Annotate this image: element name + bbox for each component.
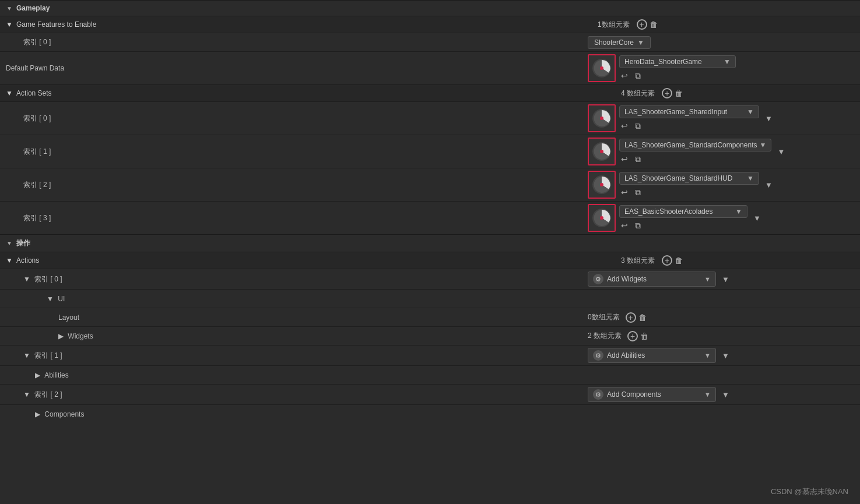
- action-set-3-name-box[interactable]: EAS_BasicShooterAcolades ▼: [619, 205, 747, 218]
- actions-index-0-right: ⚙ Add Widgets ▼ ▼: [583, 269, 860, 289]
- actions-label: Actions: [16, 256, 617, 265]
- add-components-label: Add Components: [607, 390, 701, 399]
- widgets-collapse-icon: ▶: [58, 332, 64, 340]
- action-set-1-selector: LAS_ShooterGame_StandardComponents ▼ ↩ ⧉: [619, 139, 771, 165]
- action-set-2-expand-btn[interactable]: ▼: [763, 179, 775, 191]
- ui-right: [583, 297, 860, 301]
- action-set-1-copy-btn[interactable]: ⧉: [633, 154, 643, 165]
- actions-index-2-expand-btn[interactable]: ▼: [719, 389, 732, 400]
- pie-chart-icon: [591, 207, 612, 228]
- action-set-1-back-btn[interactable]: ↩: [619, 154, 630, 164]
- action-sets-label: Action Sets: [16, 89, 617, 97]
- widgets-add-btn[interactable]: +: [627, 331, 638, 341]
- svg-point-7: [600, 183, 603, 186]
- action-set-2-back-btn[interactable]: ↩: [619, 187, 630, 198]
- svg-point-9: [600, 216, 603, 220]
- action-set-1-right: LAS_ShooterGame_StandardComponents ▼ ↩ ⧉…: [583, 135, 860, 168]
- action-set-1-name-box[interactable]: LAS_ShooterGame_StandardComponents ▼: [619, 139, 771, 151]
- layout-add-btn[interactable]: +: [626, 312, 636, 323]
- game-features-count: 1数组元素: [598, 20, 630, 30]
- widgets-row: ▶ Widgets 2 数组元素 + 🗑: [0, 326, 860, 345]
- action-set-0-dropdown-arrow: ▼: [747, 108, 754, 116]
- actions-add-btn[interactable]: +: [662, 255, 672, 266]
- actions-index-1-row: ▼ 索引 [ 1 ] ⚙ Add Abilities ▼ ▼: [0, 345, 860, 365]
- action-set-0-expand-btn[interactable]: ▼: [763, 113, 775, 124]
- game-features-tag-arrow: ▼: [637, 38, 644, 47]
- ui-label: ▼ UI: [0, 292, 583, 305]
- action-set-3-copy-btn[interactable]: ⧉: [633, 220, 643, 231]
- action-set-3-back-btn[interactable]: ↩: [619, 220, 630, 231]
- default-pawn-row: Default Pawn Data HeroData_ShooterGame ▼…: [0, 51, 860, 84]
- layout-del-btn[interactable]: 🗑: [638, 313, 647, 322]
- action-set-3-right: EAS_BasicShooterAcolades ▼ ↩ ⧉ ▼: [583, 202, 860, 234]
- action-set-3-label: 索引 [ 3 ]: [0, 211, 583, 225]
- game-features-index-0-row: 索引 [ 0 ] ShooterCore ▼: [0, 33, 860, 51]
- actions-chevron: ▼: [6, 256, 13, 265]
- actions-index-1-expand-btn[interactable]: ▼: [719, 350, 732, 361]
- action-set-3-row: 索引 [ 3 ] EAS_BasicShooterAcolades ▼ ↩ ⧉ …: [0, 201, 860, 234]
- game-features-add-btn[interactable]: +: [637, 19, 647, 30]
- pie-chart-icon: [591, 174, 612, 195]
- game-features-header[interactable]: ▼ Game Features to Enable 1数组元素 + 🗑: [0, 16, 860, 33]
- default-pawn-copy-btn[interactable]: ⧉: [633, 71, 643, 82]
- add-abilities-dropdown-arrow: ▼: [704, 352, 711, 359]
- action-sets-chevron: ▼: [6, 89, 13, 97]
- game-features-index-0-right: ShooterCore ▼: [583, 34, 860, 51]
- action-set-2-copy-btn[interactable]: ⧉: [633, 187, 643, 198]
- action-set-3-expand-btn[interactable]: ▼: [751, 213, 763, 224]
- watermark: CSDN @慕志未晚NAN: [771, 487, 848, 497]
- action-set-1-label: 索引 [ 1 ]: [0, 144, 583, 159]
- add-widgets-gear-icon: ⚙: [593, 274, 603, 284]
- game-features-index-0-label: 索引 [ 0 ]: [0, 35, 583, 50]
- action-set-1-expand-btn[interactable]: ▼: [775, 146, 787, 157]
- operations-chevron: ▼: [6, 240, 13, 247]
- actions-index-0-selector[interactable]: ⚙ Add Widgets ▼: [588, 272, 716, 287]
- components-label: ▶ Components: [0, 408, 583, 421]
- action-set-2-selector: LAS_ShooterGame_StandardHUD ▼ ↩ ⧉: [619, 172, 759, 198]
- svg-point-1: [600, 66, 603, 70]
- abilities-label: ▶ Abilities: [0, 369, 583, 382]
- operations-section-header[interactable]: ▼ 操作: [0, 234, 860, 252]
- components-right: [583, 412, 860, 417]
- gameplay-section-header[interactable]: ▼ Gameplay: [0, 0, 860, 16]
- pie-chart-icon: [591, 58, 612, 79]
- game-features-label: Game Features to Enable: [16, 20, 594, 29]
- pie-chart-icon: [591, 108, 612, 129]
- default-pawn-dropdown-arrow: ▼: [724, 58, 731, 66]
- pie-chart-icon: [591, 141, 612, 162]
- default-pawn-name-box[interactable]: HeroData_ShooterGame ▼: [619, 55, 736, 68]
- widgets-del-btn[interactable]: 🗑: [640, 332, 648, 341]
- svg-point-5: [600, 150, 603, 153]
- actions-index-0-expand-btn[interactable]: ▼: [719, 274, 732, 285]
- action-set-1-row: 索引 [ 1 ] LAS_ShooterGame_StandardCompone…: [0, 135, 860, 168]
- widgets-text: Widgets: [68, 332, 93, 340]
- actions-index-0-label: ▼ 索引 [ 0 ]: [0, 272, 583, 287]
- action-sets-add-btn[interactable]: +: [662, 88, 672, 98]
- action-set-3-dropdown-arrow: ▼: [735, 207, 742, 216]
- actions-index-1-selector[interactable]: ⚙ Add Abilities ▼: [588, 348, 716, 363]
- actions-header[interactable]: ▼ Actions 3 数组元素 + 🗑: [0, 252, 860, 269]
- action-set-0-back-btn[interactable]: ↩: [619, 121, 630, 131]
- action-set-2-right: LAS_ShooterGame_StandardHUD ▼ ↩ ⧉ ▼: [583, 168, 860, 201]
- action-sets-header[interactable]: ▼ Action Sets 4 数组元素 + 🗑: [0, 84, 860, 101]
- game-features-del-btn[interactable]: 🗑: [650, 20, 658, 29]
- add-components-gear-icon: ⚙: [593, 389, 603, 400]
- actions-index-2-text: 索引 [ 2 ]: [34, 390, 62, 399]
- action-set-2-name-box[interactable]: LAS_ShooterGame_StandardHUD ▼: [619, 172, 759, 185]
- components-text: Components: [44, 410, 84, 418]
- widgets-right: 2 数组元素 + 🗑: [583, 329, 860, 344]
- action-set-0-copy-btn[interactable]: ⧉: [633, 121, 643, 132]
- actions-index-0-chevron: ▼: [23, 275, 30, 283]
- actions-del-btn[interactable]: 🗑: [675, 256, 683, 265]
- action-sets-del-btn[interactable]: 🗑: [675, 89, 683, 98]
- actions-index-2-selector[interactable]: ⚙ Add Components ▼: [588, 387, 716, 402]
- action-set-2-asset-name: LAS_ShooterGame_StandardHUD: [624, 174, 732, 182]
- action-set-0-name-box[interactable]: LAS_ShooterGame_SharedInput ▼: [619, 105, 759, 118]
- action-set-2-thumb: [588, 171, 616, 199]
- default-pawn-back-btn[interactable]: ↩: [619, 71, 630, 81]
- default-pawn-selector: HeroData_ShooterGame ▼ ↩ ⧉: [619, 55, 736, 82]
- abilities-row: ▶ Abilities: [0, 365, 860, 384]
- game-features-tag[interactable]: ShooterCore ▼: [588, 36, 651, 49]
- layout-label: Layout: [0, 311, 583, 324]
- action-sets-count: 4 数组元素: [621, 89, 655, 98]
